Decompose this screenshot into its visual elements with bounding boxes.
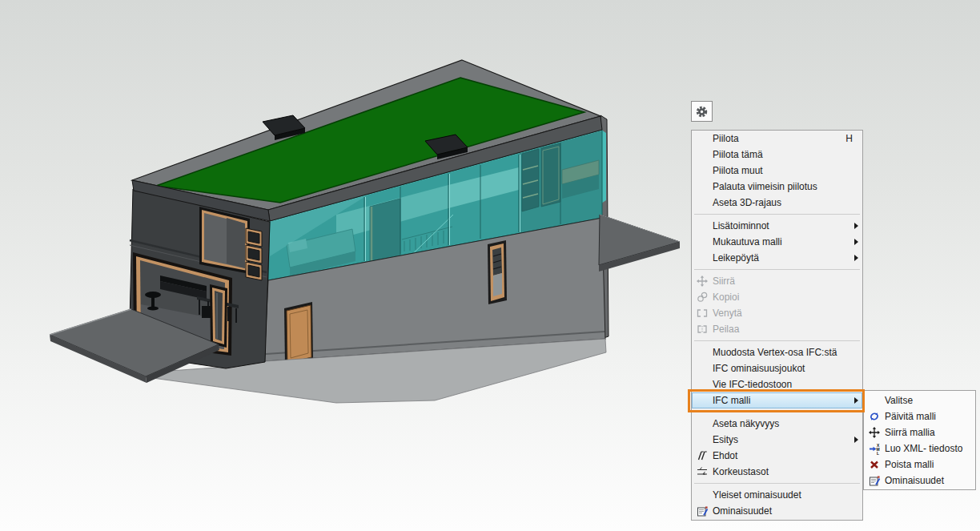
properties-icon (692, 505, 713, 517)
menu-item-palauta-viimeisin-piilotus[interactable]: Palauta viimeisin piilotus (692, 179, 862, 195)
front-door[interactable] (284, 302, 313, 366)
submenu-arrow-icon (854, 239, 858, 245)
move-icon (864, 427, 885, 438)
menu-item-piilota-muut[interactable]: Piilota muut (692, 163, 862, 179)
properties-icon (864, 475, 885, 487)
submenu-item-luo-xml-tiedosto[interactable]: XMLLuo XML- tiedosto (864, 440, 975, 457)
narrow-window (488, 240, 507, 304)
facade-shelf-boxes (246, 228, 262, 280)
submenu-item-poista-malli[interactable]: Poista malli (864, 457, 975, 473)
menu-separator (694, 269, 860, 270)
gear-icon (695, 105, 709, 119)
menu-item-ifc-ominaisuusjoukot[interactable]: IFC ominaisuusjoukot (692, 360, 862, 376)
submenu-arrow-icon (854, 436, 858, 443)
copy-icon (692, 292, 713, 303)
shortcut: H (845, 133, 853, 144)
svg-text:L: L (877, 451, 879, 455)
menu-separator (694, 340, 860, 341)
menu-item-peilaa[interactable]: Peilaa (692, 321, 862, 337)
refresh-icon (864, 411, 885, 422)
levels-icon (692, 466, 713, 477)
ifc-malli-submenu: Valitse Päivitä malli Siirrä mallia XMLL… (863, 390, 976, 490)
menu-item-yleiset-ominaisuudet[interactable]: Yleiset ominaisuudet (692, 487, 862, 503)
menu-item-aseta-3d-rajaus[interactable]: Aseta 3D-rajaus (692, 195, 862, 211)
vertex-3d-viewport: PiilotaH Piilota tämä Piilota muut Palau… (0, 0, 980, 531)
submenu-arrow-icon (854, 255, 858, 261)
settings-gear-button[interactable] (691, 101, 713, 122)
menu-item-mukautuva-malli[interactable]: Mukautuva malli (692, 234, 862, 250)
menu-item-piilota[interactable]: PiilotaH (692, 131, 862, 147)
menu-item-ominaisuudet[interactable]: Ominaisuudet (692, 503, 862, 519)
move-icon (692, 276, 713, 287)
submenu-arrow-icon (854, 397, 858, 404)
menu-item-vie-ifc-tiedostoon[interactable]: Vie IFC-tiedostoon (692, 376, 862, 392)
xml-export-icon: XML (864, 443, 885, 455)
menu-item-venyta[interactable]: Venytä (692, 305, 862, 321)
right-deck[interactable] (599, 215, 680, 272)
side-door (210, 284, 227, 348)
menu-item-muodosta-vertex-osa[interactable]: Muodosta Vertex-osa IFC:stä (692, 344, 862, 360)
submenu-item-paivita-malli[interactable]: Päivitä malli (864, 408, 975, 424)
submenu-item-ominaisuudet[interactable]: Ominaisuudet (864, 473, 975, 489)
menu-item-piilota-tama[interactable]: Piilota tämä (692, 147, 862, 163)
submenu-arrow-icon (854, 223, 858, 229)
menu-item-aseta-nakyvyys[interactable]: Aseta näkyvyys (692, 416, 862, 432)
menu-item-leikepoyta[interactable]: Leikepöytä (692, 250, 862, 266)
menu-item-siirra[interactable]: Siirrä (692, 273, 862, 289)
delete-icon (864, 459, 885, 470)
conditions-icon (692, 450, 713, 461)
mirror-icon (692, 324, 713, 335)
context-menu: PiilotaH Piilota tämä Piilota muut Palau… (691, 130, 863, 521)
menu-item-esitys[interactable]: Esitys (692, 432, 862, 448)
menu-item-ifc-malli[interactable]: IFC malli (692, 392, 862, 408)
menu-separator (694, 214, 860, 215)
submenu-item-siirra-mallia[interactable]: Siirrä mallia (864, 424, 975, 440)
menu-item-korkeustasot[interactable]: Korkeustasot (692, 464, 862, 480)
submenu-item-valitse[interactable]: Valitse (864, 392, 975, 408)
menu-separator (694, 483, 860, 484)
menu-item-kopioi[interactable]: Kopioi (692, 289, 862, 305)
menu-item-ehdot[interactable]: Ehdot (692, 448, 862, 464)
menu-item-lisatoiminnot[interactable]: Lisätoiminnot (692, 218, 862, 234)
stretch-icon (692, 308, 713, 319)
menu-separator (694, 412, 860, 412)
